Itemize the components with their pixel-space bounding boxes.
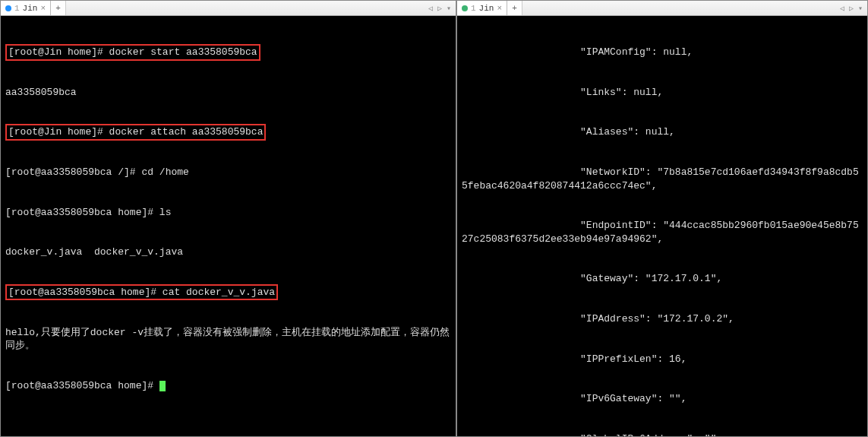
terminal-line: "IPAddress": "172.17.0.2", xyxy=(462,312,863,326)
tab-number: 1 xyxy=(14,4,20,13)
terminal-line: [root@Jin home]# docker start aa3358059b… xyxy=(8,46,257,58)
tab-number: 1 xyxy=(471,4,476,13)
tab-prev-icon[interactable]: ◁ xyxy=(838,4,846,13)
terminal-line: [root@aa3358059bca home]# ls xyxy=(5,206,451,220)
terminal-line: "GlobalIPv6Address": "", xyxy=(462,432,863,436)
add-tab-button[interactable]: + xyxy=(507,1,522,15)
terminal-line: aa3358059bca xyxy=(5,86,451,100)
terminal-line: "Links": null, xyxy=(462,86,863,100)
terminal-line: "IPAMConfig": null, xyxy=(462,46,863,59)
terminal-line: "Gateway": "172.17.0.1", xyxy=(462,272,863,286)
tabbar-controls: ◁ ▷ ▾ xyxy=(424,1,456,15)
terminal-line: [root@aa3358059bca /]# cd /home xyxy=(5,166,451,179)
terminal-line: [root@Jin home]# docker attach aa3358059… xyxy=(8,126,263,138)
highlight-box: [root@Jin home]# docker start aa3358059b… xyxy=(5,44,260,61)
left-tabbar: 1 Jin × + ◁ ▷ ▾ xyxy=(1,1,456,16)
terminal-line: [root@aa3358059bca home]# cat docker_v_v… xyxy=(8,287,275,298)
left-tab-1[interactable]: 1 Jin × xyxy=(1,1,51,15)
terminal-prompt: [root@aa3358059bca home]# xyxy=(5,380,159,391)
tab-menu-icon[interactable]: ▾ xyxy=(445,4,453,13)
status-dot-icon xyxy=(462,5,468,11)
tab-prev-icon[interactable]: ◁ xyxy=(427,4,434,13)
tab-title: Jin xyxy=(479,4,494,13)
terminal-line: "IPv6Gateway": "", xyxy=(462,392,863,406)
terminal-line: docker_v.java docker_v_v.java xyxy=(5,245,451,259)
highlight-box: [root@aa3358059bca home]# cat docker_v_v… xyxy=(5,284,278,301)
highlight-box: [root@Jin home]# docker attach aa3358059… xyxy=(5,124,266,141)
add-tab-button[interactable]: + xyxy=(51,1,66,15)
terminal-line: "NetworkID": "7b8a815e7cd106aefd34943f8f… xyxy=(462,166,863,192)
terminal-line: "IPPrefixLen": 16, xyxy=(462,353,863,366)
terminal-line: hello,只要使用了docker -v挂载了，容器没有被强制删除，主机在挂载的… xyxy=(5,326,451,353)
left-terminal[interactable]: [root@Jin home]# docker start aa3358059b… xyxy=(1,16,456,436)
right-terminal-pane: 1 Jin × + ◁ ▷ ▾ "IPAMConfig": null, "Lin… xyxy=(456,0,868,437)
close-icon[interactable]: × xyxy=(497,4,502,13)
left-terminal-pane: 1 Jin × + ◁ ▷ ▾ [root@Jin home]# docker … xyxy=(0,0,456,437)
cursor-icon xyxy=(159,381,166,391)
right-tabbar: 1 Jin × + ◁ ▷ ▾ xyxy=(457,1,867,16)
tab-title: Jin xyxy=(23,4,38,13)
close-icon[interactable]: × xyxy=(40,4,46,13)
tab-next-icon[interactable]: ▷ xyxy=(436,4,443,13)
tab-next-icon[interactable]: ▷ xyxy=(847,4,855,13)
status-dot-icon xyxy=(5,5,11,11)
terminal-line: "EndpointID": "444ccac85bb2960fb015ae90e… xyxy=(462,219,863,245)
right-tab-1[interactable]: 1 Jin × xyxy=(457,1,507,15)
terminal-line: "Aliases": null, xyxy=(462,125,863,139)
tabbar-controls: ◁ ▷ ▾ xyxy=(835,1,867,15)
right-terminal[interactable]: "IPAMConfig": null, "Links": null, "Alia… xyxy=(457,16,867,436)
tab-menu-icon[interactable]: ▾ xyxy=(857,4,864,13)
